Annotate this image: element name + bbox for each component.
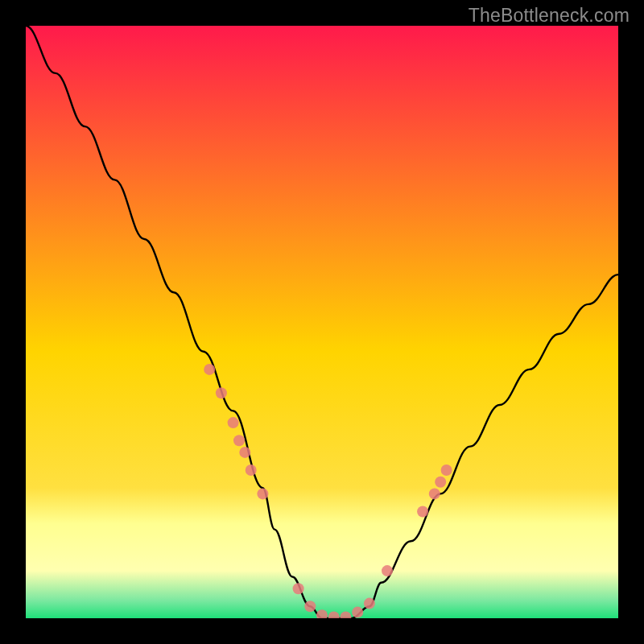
plot-area [26, 26, 618, 618]
chart-svg [26, 26, 618, 618]
watermark-text: TheBottleneck.com [469, 5, 630, 27]
gradient-background [26, 26, 618, 618]
marker-point [304, 601, 316, 612]
marker-point [293, 583, 304, 594]
marker-point [441, 464, 452, 476]
marker-point [352, 607, 363, 618]
chart-container: TheBottleneck.com [0, 0, 644, 644]
marker-point [228, 417, 239, 428]
marker-point [257, 488, 268, 499]
marker-point [417, 506, 428, 518]
marker-point [364, 598, 375, 609]
marker-point [382, 565, 393, 576]
marker-point [239, 447, 250, 458]
marker-point [246, 464, 257, 476]
marker-point [204, 364, 215, 375]
marker-point [435, 477, 446, 488]
marker-point [233, 435, 245, 446]
marker-point [429, 488, 440, 499]
marker-point [216, 387, 227, 398]
